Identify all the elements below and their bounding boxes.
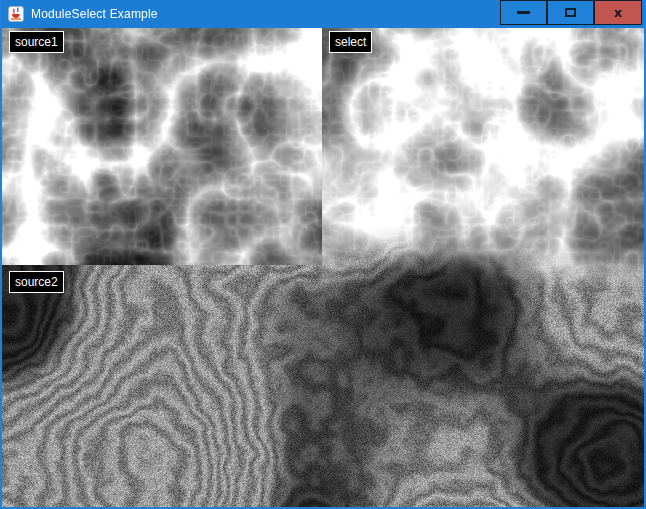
maximize-button[interactable] [547,0,594,25]
window-controls: x [500,0,642,25]
source2-noise-image [2,265,322,507]
client-area: source1 select source2 [2,28,644,507]
minimize-button[interactable] [500,0,547,25]
source1-noise-image [2,28,322,265]
source1-label: source1 [9,31,64,53]
close-x-icon: x [614,6,622,19]
maximize-square-icon [565,8,576,17]
select-label: select [329,31,372,53]
java-coffee-cup-icon [8,6,24,22]
minimize-dash-icon [517,11,530,14]
source2-label: source2 [9,271,64,293]
window-title: ModuleSelect Example [31,7,158,21]
close-button[interactable]: x [594,0,642,25]
app-window: ModuleSelect Example x source1 select so… [0,0,646,509]
